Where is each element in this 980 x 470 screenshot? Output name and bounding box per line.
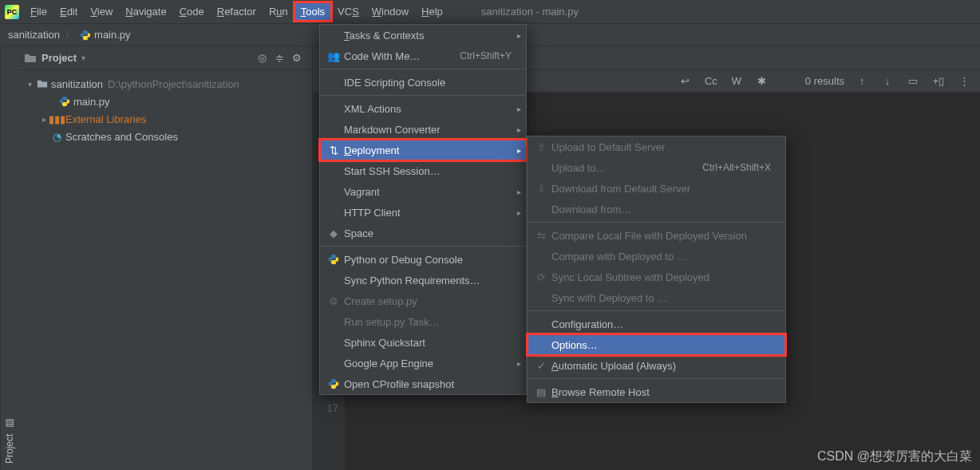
menu-vagrant[interactable]: Vagrant▸ (320, 181, 526, 202)
tree-item-label: sanitization (51, 78, 103, 90)
menu-google-app-engine[interactable]: Google App Engine▸ (320, 353, 526, 373)
chevron-down-icon[interactable]: ▾ (81, 53, 85, 62)
menu-edit[interactable]: Edit (53, 2, 84, 21)
library-icon: ▮▮▮ (49, 113, 64, 125)
menu-code[interactable]: Code (173, 2, 211, 21)
folder-icon (24, 52, 37, 65)
breadcrumb-file[interactable]: main.py (94, 29, 131, 41)
tools-menu-popup: Tasks & Contexts▸ 👥Code With Me…Ctrl+Shi… (319, 24, 527, 395)
menu-http-client[interactable]: HTTP Client▸ (320, 202, 526, 223)
menu-tools[interactable]: Tools (294, 2, 331, 21)
project-tree: ▾ sanitization D:\pythonProject\sanitiza… (18, 70, 312, 150)
menu-configuration[interactable]: Configuration… (528, 314, 785, 334)
project-panel-header: Project ▾ ◎ ≑ ⚙ (18, 46, 312, 70)
project-tab-label[interactable]: Project (4, 434, 15, 464)
python-icon: ⚙ (326, 295, 341, 307)
breadcrumb-sep: 〉 (65, 28, 75, 42)
menu-sync-requirements[interactable]: Sync Python Requirements… (320, 270, 526, 290)
compare-icon: ⇆ (534, 230, 548, 242)
check-icon: ✓ (534, 360, 548, 372)
menu-compare-with: Compare with Deployed to … (528, 246, 785, 267)
menu-separator (320, 69, 526, 69)
line-number: 17 (313, 400, 338, 417)
select-all-icon[interactable]: ▭ (905, 75, 921, 87)
tree-scratches[interactable]: ◔ Scratches and Consoles (21, 128, 309, 145)
add-selection-icon[interactable]: +▯ (931, 75, 946, 87)
project-tool-window: Project ▾ ◎ ≑ ⚙ ▾ sanitization D:\python… (18, 46, 313, 470)
regex-icon[interactable]: ↩ (678, 75, 694, 87)
menu-separator (528, 222, 785, 223)
menu-deployment[interactable]: ⇅Deployment▸ (320, 140, 526, 160)
menu-help[interactable]: Help (415, 2, 449, 21)
python-icon (326, 378, 341, 389)
gear-icon[interactable]: ⚙ (288, 49, 306, 67)
words-icon[interactable]: W (729, 75, 745, 87)
menu-download-default: ⇩Download from Default Server (528, 178, 785, 199)
menu-vcs[interactable]: VCS (331, 2, 366, 21)
menu-options[interactable]: Options… (528, 334, 785, 355)
upload-icon: ⇧ (534, 141, 548, 153)
menu-sync-with: Sync with Deployed to … (528, 287, 785, 308)
menu-run[interactable]: Run (263, 2, 294, 21)
python-file-icon (80, 30, 91, 41)
menu-start-ssh[interactable]: Start SSH Session… (320, 160, 526, 181)
select-opened-file-icon[interactable]: ◎ (253, 49, 271, 67)
menu-space[interactable]: ◆Space (320, 223, 526, 243)
menu-file[interactable]: File (24, 2, 53, 21)
menu-ide-scripting-console[interactable]: IDE Scripting Console (320, 72, 526, 93)
menu-sync-local: ⟳Sync Local Subtree with Deployed (528, 267, 785, 287)
filter-icon[interactable]: ✱ (754, 75, 770, 87)
menu-navigate[interactable]: Navigate (119, 2, 172, 21)
menu-open-cprofile[interactable]: Open CProfile snapshot (320, 373, 526, 394)
menu-view[interactable]: View (84, 2, 119, 21)
main-menu: File Edit View Navigate Code Refactor Ru… (24, 2, 449, 21)
scratches-icon: ◔ (49, 131, 64, 143)
folder-icon (35, 78, 49, 89)
sync-icon: ⟳ (534, 271, 548, 283)
menu-compare-local: ⇆Compare Local File with Deployed Versio… (528, 225, 785, 246)
tree-item-path: D:\pythonProject\sanitization (108, 78, 239, 90)
folder-icon: ▤ (4, 418, 15, 429)
space-icon: ◆ (326, 227, 341, 239)
menu-automatic-upload[interactable]: ✓Automatic Upload (Always) (528, 355, 785, 376)
menu-separator (320, 95, 526, 96)
menu-download-from: Download from… (528, 199, 785, 219)
menu-code-with-me[interactable]: 👥Code With Me…Ctrl+Shift+Y (320, 45, 526, 66)
menu-create-setup: ⚙Create setup.py (320, 290, 526, 311)
title-bar: PC File Edit View Navigate Code Refactor… (0, 0, 980, 24)
menu-window[interactable]: Window (366, 2, 415, 21)
menu-tasks-contexts[interactable]: Tasks & Contexts▸ (320, 25, 526, 45)
prev-result-icon[interactable]: ↑ (854, 75, 870, 87)
deploy-icon: ⇅ (326, 144, 341, 156)
menu-refactor[interactable]: Refactor (211, 2, 263, 21)
menu-upload-to: Upload to…Ctrl+Alt+Shift+X (528, 157, 785, 178)
expand-all-icon[interactable]: ≑ (271, 49, 288, 67)
menu-browse-remote-host[interactable]: ▤Browse Remote Host (528, 381, 785, 402)
tree-external-libraries[interactable]: ▸ ▮▮▮ External Libraries (21, 110, 309, 128)
watermark-text: CSDN @想变厉害的大白菜 (817, 448, 972, 465)
menu-sphinx-quickstart[interactable]: Sphinx Quickstart (320, 332, 526, 353)
app-icon: PC (5, 5, 19, 19)
people-icon: 👥 (326, 50, 341, 62)
next-result-icon[interactable]: ↓ (879, 75, 895, 87)
list-icon: ▤ (534, 386, 548, 398)
more-icon[interactable]: ⋮ (956, 75, 972, 87)
chevron-down-icon[interactable]: ▾ (24, 80, 35, 89)
tree-item-label: main.py (73, 96, 110, 108)
tree-item-label: Scratches and Consoles (65, 131, 178, 143)
menu-upload-default: ⇧Upload to Default Server (528, 136, 785, 157)
match-case-icon[interactable]: Cc (703, 75, 719, 87)
tree-project-root[interactable]: ▾ sanitization D:\pythonProject\sanitiza… (21, 75, 309, 93)
left-tool-gutter[interactable]: Project ▤ (0, 46, 18, 470)
menu-separator (320, 246, 526, 247)
menu-markdown-converter[interactable]: Markdown Converter▸ (320, 119, 526, 140)
window-title: sanitization - main.py (481, 6, 579, 18)
tree-item-label: External Libraries (65, 113, 146, 125)
deployment-submenu: ⇧Upload to Default Server Upload to…Ctrl… (527, 136, 786, 403)
panel-title[interactable]: Project (41, 52, 77, 64)
menu-xml-actions[interactable]: XML Actions▸ (320, 98, 526, 119)
breadcrumb-root[interactable]: sanitization (8, 29, 60, 41)
menu-python-console[interactable]: Python or Debug Console (320, 249, 526, 270)
download-icon: ⇩ (534, 183, 548, 195)
tree-file-mainpy[interactable]: main.py (21, 93, 309, 110)
